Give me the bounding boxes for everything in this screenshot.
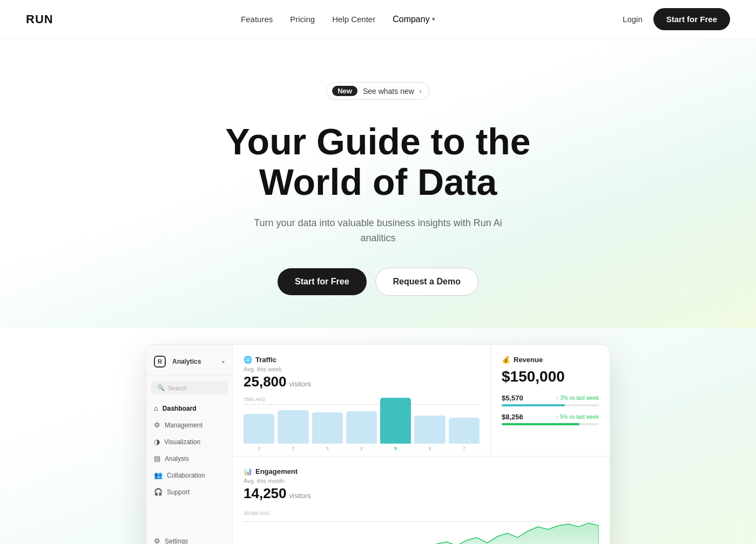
sidebar-search[interactable]: 🔍 Search (151, 381, 228, 395)
bar-label: 3 (326, 446, 329, 451)
nav-features[interactable]: Features (241, 15, 273, 24)
sidebar-item-visualization[interactable]: ◑ Visualization (146, 433, 232, 450)
bar-item: 3 (312, 412, 343, 451)
collaboration-icon: 👥 (154, 471, 163, 479)
navbar: RUN Features Pricing Help Center Company… (0, 0, 756, 39)
revenue-item-2: $8,256 ↑ 5% vs last week (502, 413, 599, 425)
hero-section: New See whats new › Your Guide to the Wo… (0, 39, 756, 328)
engagement-area-chart: 10 560 AVG (244, 511, 599, 544)
hero-subtitle: Turn your data into valuable business in… (248, 215, 508, 247)
bars-container: 1234567 (244, 408, 480, 451)
traffic-header: 🌐 Traffic (244, 356, 480, 364)
hero-headline-line1: Your Guide to the (225, 121, 530, 162)
bar-label: 6 (429, 446, 431, 451)
revenue-item-2-change: ↑ 5% vs last week (556, 414, 599, 420)
bar-label: 5 (394, 446, 397, 451)
nav-right: Login Start for Free (623, 8, 730, 30)
engagement-value: 14,250 visitors (244, 485, 599, 502)
sidebar: R Analytics ▾ 🔍 Search ⌂ Dashboard ⚙ Man… (146, 345, 233, 544)
revenue-item-1: $5,570 ↑ 3% vs last week (502, 394, 599, 406)
bar-item: 5 (380, 398, 411, 451)
engagement-svg (244, 521, 599, 544)
hero-cta-secondary[interactable]: Request a Demo (375, 268, 478, 296)
nav-pricing[interactable]: Pricing (290, 15, 315, 24)
hero-badge[interactable]: New See whats new › (326, 82, 430, 100)
revenue-item-2-value: $8,256 (502, 413, 523, 421)
revenue-item-2-top: $8,256 ↑ 5% vs last week (502, 413, 599, 421)
top-row: 🌐 Traffic Avg. this week 25,800 visitors… (233, 345, 610, 457)
bar-label: 4 (360, 446, 363, 451)
traffic-bar-chart: 7565 AVG 1234567 (244, 397, 480, 445)
revenue-bar-2-fill (502, 423, 579, 425)
traffic-unit: visitors (289, 380, 311, 388)
login-link[interactable]: Login (623, 15, 643, 24)
bar-item: 7 (449, 418, 480, 451)
support-icon: 🎧 (154, 488, 163, 496)
revenue-bar-2-track (502, 423, 599, 425)
bar-inactive (312, 412, 343, 444)
logo[interactable]: RUN (26, 12, 53, 26)
sidebar-logo: R (154, 356, 166, 368)
traffic-value: 25,800 visitors (244, 373, 480, 390)
traffic-title: Traffic (255, 356, 276, 364)
sidebar-label-visualization: Visualization (164, 438, 200, 446)
revenue-title: Revenue (514, 356, 543, 364)
bar-inactive (346, 411, 377, 444)
sidebar-label-settings: Settings (165, 538, 188, 544)
sidebar-label-support: Support (167, 488, 190, 496)
sidebar-label-management: Management (165, 421, 202, 429)
badge-new-label: New (332, 86, 357, 96)
revenue-icon: 💰 (502, 356, 510, 364)
sidebar-search-placeholder: Search (168, 385, 187, 391)
engagement-number: 14,250 (244, 485, 287, 502)
engagement-title: Engagement (255, 467, 298, 475)
traffic-avg-line-label: 7565 AVG (244, 397, 480, 402)
search-icon: 🔍 (157, 384, 165, 391)
dashboard-wrapper: R Analytics ▾ 🔍 Search ⌂ Dashboard ⚙ Man… (146, 344, 610, 544)
nav-links: Features Pricing Help Center Company ▾ (241, 15, 435, 24)
bar-inactive (449, 418, 480, 444)
engagement-icon: 📊 (244, 467, 252, 475)
traffic-panel: 🌐 Traffic Avg. this week 25,800 visitors… (233, 345, 491, 457)
analysis-icon: ▤ (154, 454, 160, 463)
sidebar-item-collaboration[interactable]: 👥 Collaboration (146, 467, 232, 484)
badge-arrow-icon: › (420, 87, 422, 95)
sidebar-label-analysis: Analysis (165, 455, 189, 463)
revenue-bar-1-fill (502, 404, 565, 406)
bar-inactive (414, 416, 445, 444)
sidebar-item-settings[interactable]: ⚙ Settings (146, 533, 232, 544)
sidebar-item-management[interactable]: ⚙ Management (146, 417, 232, 433)
engagement-unit: visitors (289, 492, 311, 500)
hero-cta-primary[interactable]: Start for Free (278, 268, 366, 295)
bar-item: 4 (346, 411, 377, 451)
sidebar-header: R Analytics ▾ (146, 353, 232, 376)
badge-link-text: See whats new (363, 87, 414, 96)
management-icon: ⚙ (154, 421, 160, 429)
bar-inactive (244, 414, 274, 444)
engagement-panel: 📊 Engagement Avg. this month 14,250 visi… (233, 457, 610, 544)
sidebar-label-dashboard: Dashboard (163, 405, 197, 412)
bar-label: 7 (463, 446, 465, 451)
sidebar-item-support[interactable]: 🎧 Support (146, 484, 232, 500)
bar-label: 2 (292, 446, 294, 451)
sidebar-item-dashboard[interactable]: ⌂ Dashboard (146, 400, 232, 417)
bar-item: 1 (244, 414, 274, 451)
sidebar-title: Analytics (172, 358, 201, 365)
revenue-item-1-top: $5,570 ↑ 3% vs last week (502, 394, 599, 402)
revenue-total: $150,000 (502, 368, 599, 385)
bar-active (380, 398, 411, 444)
bar-item: 2 (278, 410, 308, 451)
revenue-item-1-value: $5,570 (502, 394, 523, 402)
hero-headline-line2: World of Data (259, 161, 497, 202)
sidebar-item-analysis[interactable]: ▤ Analysis (146, 450, 232, 467)
revenue-bar-1-track (502, 404, 599, 406)
nav-company[interactable]: Company ▾ (393, 15, 435, 24)
settings-icon: ⚙ (154, 537, 160, 544)
dashboard-preview: R Analytics ▾ 🔍 Search ⌂ Dashboard ⚙ Man… (135, 344, 621, 544)
main-content: 🌐 Traffic Avg. this week 25,800 visitors… (233, 345, 610, 544)
nav-cta-button[interactable]: Start for Free (653, 8, 730, 30)
traffic-number: 25,800 (244, 373, 287, 390)
nav-company-label: Company (393, 15, 429, 24)
nav-help-center[interactable]: Help Center (332, 15, 375, 24)
traffic-avg-label: Avg. this week (244, 366, 480, 372)
